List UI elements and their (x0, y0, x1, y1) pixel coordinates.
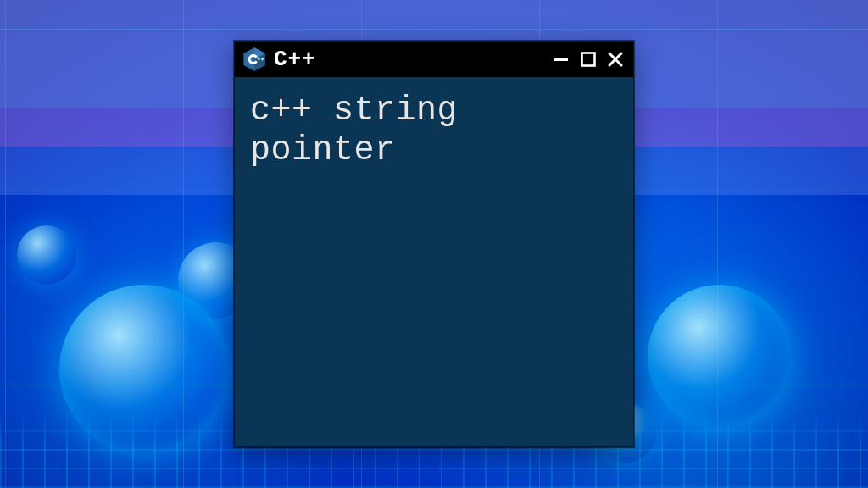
terminal-window: C++ c++ string pointer (234, 41, 634, 447)
window-title: C++ (274, 48, 543, 70)
svg-rect-7 (554, 58, 568, 61)
background-orb-small (17, 225, 76, 285)
titlebar[interactable]: C++ (235, 42, 633, 77)
cpp-logo-icon (242, 47, 267, 72)
svg-rect-8 (582, 53, 595, 66)
window-controls (550, 48, 626, 70)
svg-rect-4 (258, 58, 260, 59)
minimize-button[interactable] (550, 48, 572, 70)
close-button[interactable] (604, 48, 626, 70)
terminal-content[interactable]: c++ string pointer (235, 77, 633, 446)
svg-rect-6 (261, 58, 264, 59)
maximize-button[interactable] (577, 48, 599, 70)
